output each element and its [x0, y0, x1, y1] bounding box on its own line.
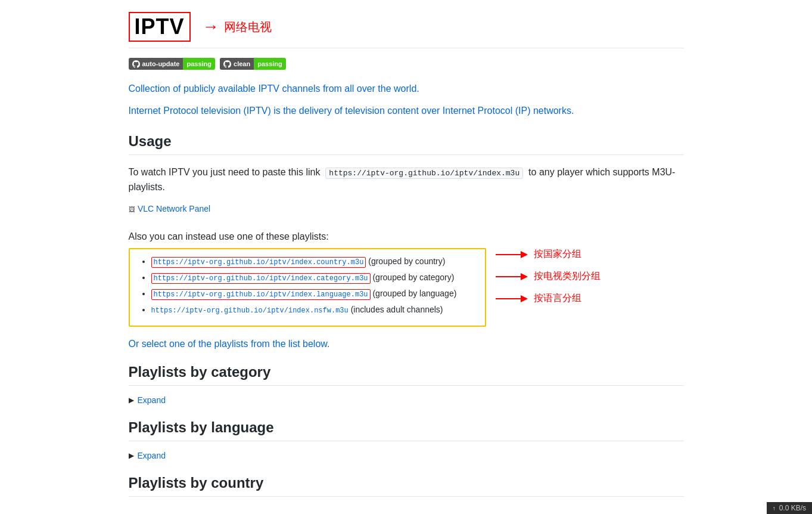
annotation-country: 按国家分组 [496, 248, 601, 261]
badge-autoupdate-left: auto-update [129, 58, 183, 70]
category-heading: Playlists by category [129, 364, 684, 386]
playlist-link-language[interactable]: https://iptv-org.github.io/iptv/index.la… [151, 289, 371, 300]
annotations-column: 按国家分组 按电视类别分组 按语言分组 [486, 248, 601, 305]
expand-arrow-language: ▶ [129, 451, 134, 460]
title-annotation: → 网络电视 [203, 18, 272, 35]
annotation-language-label: 按语言分组 [534, 292, 581, 305]
playlist-desc-nsfw: (includes adult channels) [351, 305, 443, 314]
select-text: Or select one of the playlists from the … [129, 339, 684, 349]
playlist-desc-country: (grouped by country) [368, 256, 445, 266]
usage-link-code[interactable]: https://iptv-org.github.io/iptv/index.m3… [325, 168, 523, 179]
playlist-link-category[interactable]: https://iptv-org.github.io/iptv/index.ca… [151, 273, 371, 284]
badge-autoupdate[interactable]: auto-update passing [129, 58, 216, 70]
playlist-desc-category: (grouped by category) [372, 273, 454, 282]
usage-text-before: To watch IPTV you just need to paste thi… [129, 167, 321, 177]
vlc-link[interactable]: VLC Network Panel [138, 204, 210, 213]
playlist-link-nsfw[interactable]: https://iptv-org.github.io/iptv/index.ns… [151, 306, 349, 315]
annotation-category: 按电视类别分组 [496, 270, 601, 283]
list-item: https://iptv-org.github.io/iptv/index.la… [151, 287, 475, 300]
arrow-language [496, 293, 531, 305]
badge-autoupdate-status: passing [183, 58, 215, 70]
description-1: Collection of publicly available IPTV ch… [129, 81, 684, 97]
expand-category[interactable]: ▶ Expand [129, 395, 684, 405]
title-arrow: → [203, 18, 219, 35]
expand-language-label: Expand [138, 451, 166, 460]
upload-speed: 0.0 KB/s [779, 504, 806, 512]
annotation-language: 按语言分组 [496, 292, 601, 305]
list-link[interactable]: list below [288, 339, 327, 349]
usage-heading: Usage [129, 133, 684, 155]
badge-clean[interactable]: clean passing [220, 58, 286, 70]
list-item: https://iptv-org.github.io/iptv/index.ns… [151, 304, 475, 316]
github-icon [132, 60, 140, 68]
playlist-list: https://iptv-org.github.io/iptv/index.co… [139, 255, 475, 316]
list-item: https://iptv-org.github.io/iptv/index.co… [151, 255, 475, 268]
arrow-category [496, 271, 531, 283]
playlist-box: https://iptv-org.github.io/iptv/index.co… [129, 248, 486, 327]
description-2: Internet Protocol television (IPTV) is t… [129, 103, 684, 119]
language-heading: Playlists by language [129, 419, 684, 441]
badge-autoupdate-text: auto-update [142, 60, 180, 67]
badge-clean-left: clean [220, 58, 254, 70]
status-bar: ↑ 0.0 KB/s [767, 502, 812, 514]
playlist-section: https://iptv-org.github.io/iptv/index.co… [129, 248, 684, 327]
page-title: IPTV [129, 12, 191, 42]
description-1-link[interactable]: Collection of publicly available IPTV ch… [129, 83, 419, 94]
github-icon-2 [223, 60, 231, 68]
select-text-static: Or select one of the playlists from the [129, 339, 289, 349]
country-heading: Playlists by country [129, 475, 684, 497]
annotation-country-label: 按国家分组 [534, 248, 581, 261]
badges-row: auto-update passing clean passing [129, 58, 684, 70]
select-text-period: . [327, 339, 329, 349]
image-icon: 🖼 [129, 206, 135, 213]
also-text: Also you can instead use one of these pl… [129, 231, 684, 242]
badge-clean-status: passing [254, 58, 286, 70]
expand-arrow-category: ▶ [129, 396, 134, 404]
badge-clean-text: clean [234, 60, 250, 67]
list-item: https://iptv-org.github.io/iptv/index.ca… [151, 271, 475, 284]
title-chinese: 网络电视 [224, 19, 272, 35]
annotation-category-label: 按电视类别分组 [534, 270, 601, 283]
usage-text: To watch IPTV you just need to paste thi… [129, 165, 684, 195]
playlist-desc-language: (grouped by language) [372, 289, 456, 298]
expand-language[interactable]: ▶ Expand [129, 451, 684, 460]
vlc-link-wrapper: 🖼 VLC Network Panel [129, 203, 684, 223]
title-row: IPTV → 网络电视 [129, 12, 684, 48]
expand-category-label: Expand [138, 395, 166, 405]
playlist-link-country[interactable]: https://iptv-org.github.io/iptv/index.co… [151, 257, 366, 268]
arrow-country [496, 249, 531, 261]
upload-icon: ↑ [773, 505, 776, 512]
